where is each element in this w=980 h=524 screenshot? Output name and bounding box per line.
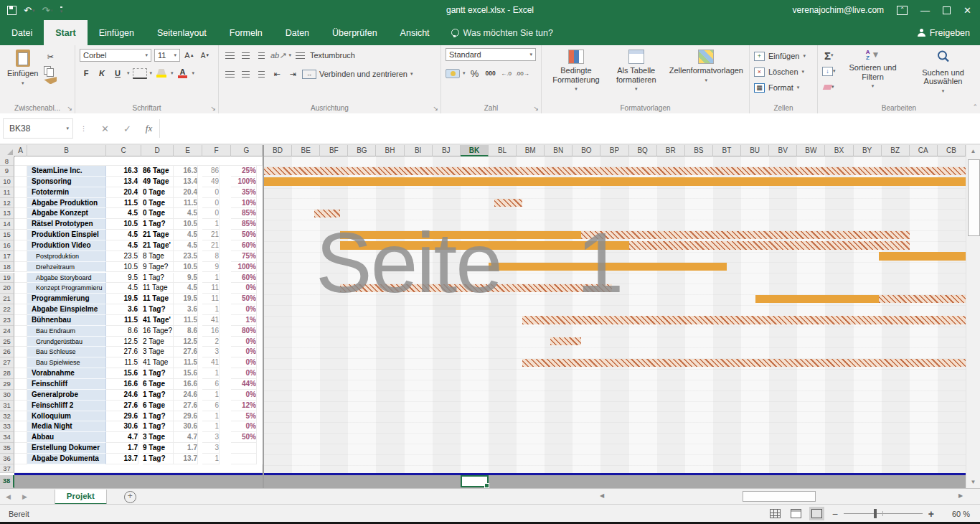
cell-D33[interactable]: 1 Tag? (143, 421, 174, 432)
task-name-16[interactable]: Produktion Video (27, 240, 106, 251)
column-header-BE[interactable]: BE (292, 145, 320, 156)
cell-E19[interactable]: 9.5 (174, 273, 198, 284)
task-name-29[interactable]: Feinschliff (27, 379, 106, 390)
cell-C14[interactable]: 10.5 (106, 219, 138, 230)
cell-C27[interactable]: 11.5 (106, 357, 138, 368)
row-header-31[interactable]: 31 (0, 401, 14, 411)
tab-datei[interactable]: Datei (0, 20, 44, 45)
cell-G26[interactable]: 0% (231, 347, 257, 357)
row-header-13[interactable]: 13 (0, 208, 14, 219)
task-name-17[interactable]: Postproduktion (27, 251, 106, 262)
cell-C24[interactable]: 8.6 (106, 326, 138, 337)
task-name-31[interactable]: Feinschliff 2 (27, 401, 106, 411)
below-used-range[interactable] (14, 475, 966, 488)
cell-C29[interactable]: 16.6 (106, 379, 138, 390)
autosum-button[interactable]: Σ▾ (822, 48, 836, 62)
cell-A14[interactable] (14, 219, 27, 230)
cell-styles-button[interactable]: Zellenformatvorlagen▾ (666, 48, 746, 93)
cell-A34[interactable] (14, 432, 27, 443)
share-button[interactable]: Freigeben (918, 20, 970, 45)
cell-C17[interactable]: 23.5 (106, 251, 138, 262)
row-header-14[interactable]: 14 (0, 219, 14, 230)
cell-F32[interactable]: 1 (202, 411, 220, 422)
sheet-tab-projekt[interactable]: Projekt (55, 490, 107, 505)
gantt-bar-row13-hatch[interactable] (314, 210, 339, 217)
cell-G12[interactable]: 10% (231, 198, 257, 209)
gantt-bar-row18-solid[interactable] (489, 263, 727, 271)
decrease-decimal-icon[interactable]: .00→ (516, 66, 529, 80)
cell-C11[interactable]: 20.4 (106, 187, 138, 198)
alignment-dialog-launcher[interactable]: ↘ (433, 105, 438, 112)
format-cells-button[interactable]: ▦ Format▾ (754, 80, 814, 95)
cell-E25[interactable]: 12.5 (174, 337, 198, 347)
cell-G32[interactable]: 5% (231, 411, 257, 422)
column-header-BT[interactable]: BT (713, 145, 741, 156)
delete-cells-button[interactable]: × Löschen▾ (754, 64, 814, 80)
fill-color-button[interactable] (155, 66, 168, 80)
zoom-thumb[interactable] (874, 509, 877, 518)
gantt-bar-row20-hatch[interactable] (340, 284, 612, 292)
wrap-text-icon[interactable] (294, 48, 307, 62)
row-header-23[interactable]: 23 (0, 315, 14, 326)
copy-button[interactable] (44, 66, 57, 75)
cell-C13[interactable]: 4.5 (106, 208, 138, 219)
column-header-BQ[interactable]: BQ (629, 145, 657, 156)
cell-D26[interactable]: 3 Tage (143, 347, 174, 357)
gantt-bar-row16-hatch[interactable] (629, 241, 910, 249)
row-header-21[interactable]: 21 (0, 294, 14, 304)
customize-qat-button[interactable]: ▾ (60, 6, 63, 14)
column-header-G[interactable]: G (231, 145, 263, 156)
column-header-CA[interactable]: CA (910, 145, 938, 156)
border-button[interactable] (133, 68, 147, 79)
cell-C32[interactable]: 29.6 (106, 411, 138, 422)
zoom-slider[interactable]: − + (832, 508, 934, 520)
cell-G30[interactable]: 0% (231, 390, 257, 401)
column-header-F[interactable]: F (202, 145, 231, 156)
cell-E16[interactable]: 4.5 (174, 240, 198, 251)
column-header-BM[interactable]: BM (517, 145, 545, 156)
cut-button[interactable]: ✂ (44, 50, 57, 64)
cell-A9[interactable] (14, 166, 27, 177)
cell-F16[interactable]: 21 (202, 240, 220, 251)
cell-G24[interactable]: 80% (231, 326, 257, 337)
spreadsheet-grid[interactable]: ABCDEFGBD2.5BE3.5BF4.5BG5.5BH6.5BI7.5BJ8… (0, 145, 966, 488)
selected-cell-BK38[interactable] (461, 475, 489, 487)
row-header-18[interactable]: 18 (0, 262, 14, 273)
cell-F21[interactable]: 11 (202, 294, 220, 304)
column-header-BN[interactable]: BN (545, 145, 573, 156)
cell-D35[interactable]: 9 Tage (143, 443, 174, 454)
fill-button[interactable]: ↓▾ (822, 64, 836, 78)
column-header-BH[interactable]: BH (376, 145, 404, 156)
zoom-level[interactable]: 60 % (944, 510, 970, 518)
cell-D23[interactable]: 41 Tage' (143, 315, 174, 326)
cell-C22[interactable]: 3.6 (106, 304, 138, 315)
cell-E23[interactable]: 11.5 (174, 315, 198, 326)
minimize-button[interactable]: — (920, 5, 930, 16)
row-header-29[interactable]: 29 (0, 379, 14, 390)
decrease-indent-icon[interactable]: ⇤ (270, 67, 283, 81)
maximize-button[interactable] (943, 6, 951, 14)
cell-E28[interactable]: 15.6 (174, 368, 198, 379)
task-name-14[interactable]: Rätsel Prototypen (27, 219, 106, 230)
row-header-12[interactable]: 12 (0, 198, 14, 209)
increase-decimal-icon[interactable]: ←.0 (500, 66, 513, 80)
cell-E35[interactable]: 1.7 (174, 443, 198, 454)
cell-G11[interactable]: 35% (231, 187, 257, 198)
column-header-BY[interactable]: BY (854, 145, 882, 156)
cell-D21[interactable]: 11 Tage (143, 294, 174, 304)
font-dialog-launcher[interactable]: ↘ (210, 105, 216, 112)
align-right-icon[interactable] (255, 67, 268, 81)
undo-button[interactable]: ↶▾ (24, 6, 34, 15)
cell-G18[interactable]: 100% (231, 262, 257, 273)
cell-F22[interactable]: 1 (202, 304, 220, 315)
cell-D29[interactable]: 6 Tage (143, 379, 174, 390)
cell-F9[interactable]: 86 (202, 166, 220, 177)
cell-A29[interactable] (14, 379, 27, 390)
column-header-BR[interactable]: BR (657, 145, 685, 156)
cell-A18[interactable] (14, 262, 27, 273)
cell-A36[interactable] (14, 454, 27, 464)
shrink-font-button[interactable]: A▼ (199, 48, 212, 62)
cell-A19[interactable] (14, 273, 27, 284)
select-all-corner[interactable] (0, 145, 15, 157)
cell-G34[interactable]: 50% (231, 432, 257, 443)
